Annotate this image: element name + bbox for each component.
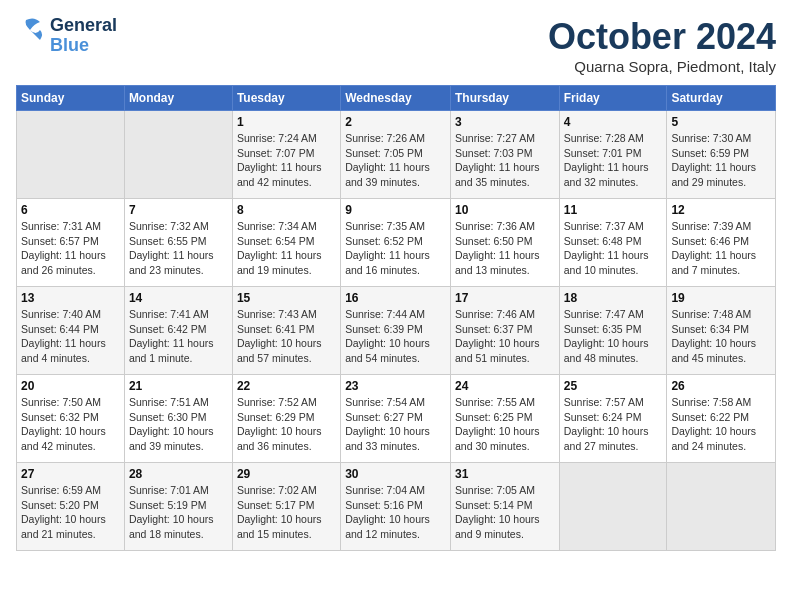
day-number: 27 [21,467,120,481]
weekday-header-saturday: Saturday [667,86,776,111]
weekday-header-row: SundayMondayTuesdayWednesdayThursdayFrid… [17,86,776,111]
calendar-cell [667,463,776,551]
calendar-cell: 8Sunrise: 7:34 AMSunset: 6:54 PMDaylight… [232,199,340,287]
day-info: Sunrise: 7:35 AMSunset: 6:52 PMDaylight:… [345,219,446,278]
day-info: Sunrise: 7:31 AMSunset: 6:57 PMDaylight:… [21,219,120,278]
calendar-cell: 6Sunrise: 7:31 AMSunset: 6:57 PMDaylight… [17,199,125,287]
calendar-cell [559,463,667,551]
calendar-table: SundayMondayTuesdayWednesdayThursdayFrid… [16,85,776,551]
calendar-cell: 22Sunrise: 7:52 AMSunset: 6:29 PMDayligh… [232,375,340,463]
day-number: 24 [455,379,555,393]
day-info: Sunrise: 7:40 AMSunset: 6:44 PMDaylight:… [21,307,120,366]
day-number: 10 [455,203,555,217]
calendar-cell: 4Sunrise: 7:28 AMSunset: 7:01 PMDaylight… [559,111,667,199]
day-info: Sunrise: 7:46 AMSunset: 6:37 PMDaylight:… [455,307,555,366]
day-number: 6 [21,203,120,217]
calendar-header: SundayMondayTuesdayWednesdayThursdayFrid… [17,86,776,111]
calendar-cell: 1Sunrise: 7:24 AMSunset: 7:07 PMDaylight… [232,111,340,199]
calendar-cell: 23Sunrise: 7:54 AMSunset: 6:27 PMDayligh… [341,375,451,463]
day-number: 7 [129,203,228,217]
logo: General Blue [16,16,117,56]
calendar-cell: 28Sunrise: 7:01 AMSunset: 5:19 PMDayligh… [124,463,232,551]
calendar-cell: 21Sunrise: 7:51 AMSunset: 6:30 PMDayligh… [124,375,232,463]
day-info: Sunrise: 7:04 AMSunset: 5:16 PMDaylight:… [345,483,446,542]
day-info: Sunrise: 7:34 AMSunset: 6:54 PMDaylight:… [237,219,336,278]
logo-bird-icon [16,16,46,56]
day-number: 26 [671,379,771,393]
calendar-cell: 31Sunrise: 7:05 AMSunset: 5:14 PMDayligh… [450,463,559,551]
calendar-cell: 25Sunrise: 7:57 AMSunset: 6:24 PMDayligh… [559,375,667,463]
day-number: 12 [671,203,771,217]
calendar-cell: 17Sunrise: 7:46 AMSunset: 6:37 PMDayligh… [450,287,559,375]
calendar-week-row: 13Sunrise: 7:40 AMSunset: 6:44 PMDayligh… [17,287,776,375]
calendar-week-row: 20Sunrise: 7:50 AMSunset: 6:32 PMDayligh… [17,375,776,463]
day-number: 22 [237,379,336,393]
day-info: Sunrise: 7:05 AMSunset: 5:14 PMDaylight:… [455,483,555,542]
day-number: 31 [455,467,555,481]
day-number: 19 [671,291,771,305]
calendar-cell: 15Sunrise: 7:43 AMSunset: 6:41 PMDayligh… [232,287,340,375]
day-info: Sunrise: 7:47 AMSunset: 6:35 PMDaylight:… [564,307,663,366]
day-info: Sunrise: 6:59 AMSunset: 5:20 PMDaylight:… [21,483,120,542]
calendar-cell: 16Sunrise: 7:44 AMSunset: 6:39 PMDayligh… [341,287,451,375]
weekday-header-wednesday: Wednesday [341,86,451,111]
day-number: 8 [237,203,336,217]
day-info: Sunrise: 7:54 AMSunset: 6:27 PMDaylight:… [345,395,446,454]
day-number: 21 [129,379,228,393]
calendar-week-row: 1Sunrise: 7:24 AMSunset: 7:07 PMDaylight… [17,111,776,199]
weekday-header-friday: Friday [559,86,667,111]
calendar-cell: 9Sunrise: 7:35 AMSunset: 6:52 PMDaylight… [341,199,451,287]
calendar-cell: 10Sunrise: 7:36 AMSunset: 6:50 PMDayligh… [450,199,559,287]
calendar-cell [124,111,232,199]
calendar-cell: 13Sunrise: 7:40 AMSunset: 6:44 PMDayligh… [17,287,125,375]
weekday-header-sunday: Sunday [17,86,125,111]
day-number: 17 [455,291,555,305]
month-title: October 2024 [548,16,776,58]
day-number: 13 [21,291,120,305]
day-number: 18 [564,291,663,305]
calendar-cell: 27Sunrise: 6:59 AMSunset: 5:20 PMDayligh… [17,463,125,551]
calendar-cell: 12Sunrise: 7:39 AMSunset: 6:46 PMDayligh… [667,199,776,287]
calendar-cell: 11Sunrise: 7:37 AMSunset: 6:48 PMDayligh… [559,199,667,287]
calendar-cell: 3Sunrise: 7:27 AMSunset: 7:03 PMDaylight… [450,111,559,199]
title-block: October 2024 Quarna Sopra, Piedmont, Ita… [548,16,776,75]
calendar-cell: 7Sunrise: 7:32 AMSunset: 6:55 PMDaylight… [124,199,232,287]
day-number: 25 [564,379,663,393]
day-number: 28 [129,467,228,481]
weekday-header-tuesday: Tuesday [232,86,340,111]
calendar-week-row: 27Sunrise: 6:59 AMSunset: 5:20 PMDayligh… [17,463,776,551]
calendar-cell [17,111,125,199]
calendar-cell: 18Sunrise: 7:47 AMSunset: 6:35 PMDayligh… [559,287,667,375]
logo-blue-text: Blue [50,36,117,56]
day-number: 20 [21,379,120,393]
day-info: Sunrise: 7:52 AMSunset: 6:29 PMDaylight:… [237,395,336,454]
day-number: 30 [345,467,446,481]
day-info: Sunrise: 7:36 AMSunset: 6:50 PMDaylight:… [455,219,555,278]
bird-svg [16,16,46,52]
day-number: 29 [237,467,336,481]
day-info: Sunrise: 7:43 AMSunset: 6:41 PMDaylight:… [237,307,336,366]
logo-text-container: General Blue [50,16,117,56]
day-number: 4 [564,115,663,129]
calendar-cell: 20Sunrise: 7:50 AMSunset: 6:32 PMDayligh… [17,375,125,463]
calendar-cell: 24Sunrise: 7:55 AMSunset: 6:25 PMDayligh… [450,375,559,463]
day-info: Sunrise: 7:26 AMSunset: 7:05 PMDaylight:… [345,131,446,190]
day-info: Sunrise: 7:44 AMSunset: 6:39 PMDaylight:… [345,307,446,366]
day-info: Sunrise: 7:01 AMSunset: 5:19 PMDaylight:… [129,483,228,542]
day-number: 16 [345,291,446,305]
day-info: Sunrise: 7:24 AMSunset: 7:07 PMDaylight:… [237,131,336,190]
day-info: Sunrise: 7:02 AMSunset: 5:17 PMDaylight:… [237,483,336,542]
location-subtitle: Quarna Sopra, Piedmont, Italy [548,58,776,75]
day-info: Sunrise: 7:41 AMSunset: 6:42 PMDaylight:… [129,307,228,366]
day-number: 15 [237,291,336,305]
day-number: 1 [237,115,336,129]
day-number: 23 [345,379,446,393]
logo-container: General Blue [16,16,117,56]
day-info: Sunrise: 7:32 AMSunset: 6:55 PMDaylight:… [129,219,228,278]
day-info: Sunrise: 7:50 AMSunset: 6:32 PMDaylight:… [21,395,120,454]
day-info: Sunrise: 7:51 AMSunset: 6:30 PMDaylight:… [129,395,228,454]
weekday-header-thursday: Thursday [450,86,559,111]
day-info: Sunrise: 7:55 AMSunset: 6:25 PMDaylight:… [455,395,555,454]
day-number: 9 [345,203,446,217]
day-number: 5 [671,115,771,129]
